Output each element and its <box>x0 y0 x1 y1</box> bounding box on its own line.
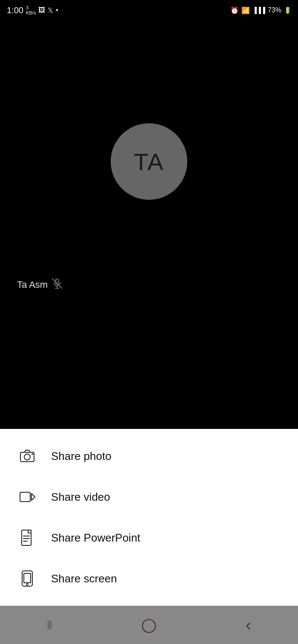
avatar-initials: TA <box>134 148 164 176</box>
status-bar-right: ⏰ 📶 ▐▐▐ 73% 🔋 <box>230 6 291 14</box>
caller-name-text: Ta Asm <box>17 279 48 290</box>
gallery-status-icon: 🖼 <box>38 6 45 14</box>
svg-rect-6 <box>20 492 30 502</box>
share-video-label: Share video <box>51 491 110 504</box>
twitter-status-icon: 𝕏 <box>48 6 53 14</box>
battery-text: 73% <box>268 6 281 14</box>
signal-icon: ▐▐▐ <box>252 7 265 14</box>
recent-apps-icon <box>47 618 52 633</box>
home-icon <box>141 617 157 633</box>
status-bar-left: 1:00 3 KB/s 🖼 𝕏 • <box>7 5 58 15</box>
avatar: TA <box>111 123 187 200</box>
file-icon <box>17 528 37 548</box>
nav-bar <box>0 606 298 644</box>
alarm-icon: ⏰ <box>230 6 239 14</box>
nav-home-button[interactable] <box>132 612 166 638</box>
share-photo-label: Share photo <box>51 450 112 463</box>
svg-point-5 <box>32 453 33 455</box>
wifi-icon: 📶 <box>241 6 250 14</box>
svg-point-14 <box>26 584 28 585</box>
share-video-item[interactable]: Share video <box>0 477 298 517</box>
nav-back-button[interactable] <box>231 612 265 638</box>
video-icon <box>17 487 37 507</box>
share-photo-item[interactable]: Share photo <box>0 436 298 477</box>
nav-recents-button[interactable] <box>33 612 67 638</box>
mute-icon <box>52 278 62 291</box>
share-screen-label: Share screen <box>51 572 117 585</box>
data-speed-icon: 3 KB/s <box>26 5 36 15</box>
share-powerpoint-item[interactable]: Share PowerPoint <box>0 517 298 558</box>
svg-rect-13 <box>24 573 31 583</box>
caller-name-row: Ta Asm <box>17 278 62 291</box>
battery-icon: 🔋 <box>284 7 291 14</box>
svg-marker-7 <box>32 494 35 500</box>
svg-rect-8 <box>22 530 31 545</box>
camera-icon <box>17 446 37 466</box>
screen-icon <box>17 568 37 589</box>
status-bar: 1:00 3 KB/s 🖼 𝕏 • ⏰ 📶 ▐▐▐ 73% 🔋 <box>0 0 298 20</box>
call-screen: TA Ta Asm <box>0 0 298 459</box>
svg-point-4 <box>24 454 30 460</box>
share-powerpoint-label: Share PowerPoint <box>51 531 140 545</box>
dot-icon: • <box>56 6 58 14</box>
share-screen-item[interactable]: Share screen <box>0 558 298 599</box>
status-time: 1:00 <box>7 6 23 15</box>
bottom-sheet: Share photo Share video <box>0 429 298 606</box>
back-icon <box>246 616 251 635</box>
